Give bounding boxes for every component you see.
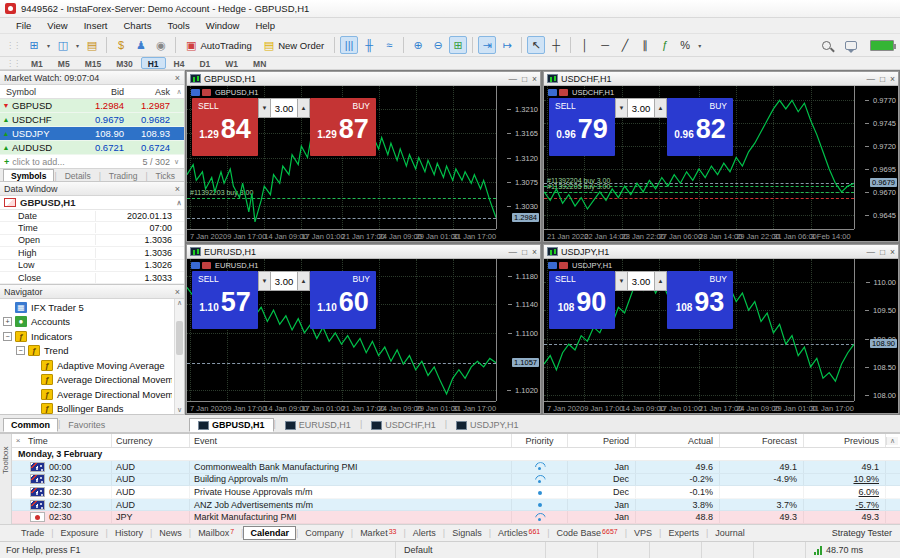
price-scale[interactable]: 110.00109.50109.00108.50108.00108.90 — [854, 259, 898, 401]
column-time[interactable]: Time — [24, 434, 112, 447]
zoom-out-icon[interactable]: ⊖ — [429, 36, 447, 54]
market-watch-row-gbpusd[interactable]: ▼GBPUSD1.29841.2987 — [0, 99, 184, 113]
navigator-icon[interactable]: ♟ — [132, 36, 150, 54]
profiles-caret[interactable]: ▾ — [73, 36, 82, 54]
buy-button[interactable]: BUY10893 — [667, 271, 733, 329]
new-chart-icon[interactable]: ⊞ — [25, 36, 43, 54]
time-axis[interactable]: 21 Jan 202022 Jan 14:0023 Jan 22:0027 Ja… — [544, 229, 854, 241]
market-watch-add-row[interactable]: + click to add... 5 / 302 ∨ — [0, 155, 184, 168]
menu-file[interactable]: File — [8, 20, 39, 31]
search-icon[interactable] — [822, 41, 831, 50]
sell-button[interactable]: SELL1.1057 — [192, 271, 258, 329]
navigator-close-icon[interactable]: × — [175, 287, 180, 297]
chart-tab-usdjpy[interactable]: USDJPY,H1 — [447, 418, 527, 432]
chart-body[interactable]: GBPUSD,H1SELL1.2984▼3.00▲BUY1.2987#11392… — [187, 86, 540, 241]
market-watch-row-audusd[interactable]: ▲AUDUSD0.67210.6724 — [0, 141, 184, 155]
timeframe-m15[interactable]: M15 — [78, 57, 109, 69]
new-chart-caret[interactable]: ▾ — [44, 36, 53, 54]
time-axis[interactable]: 7 Jan 20209 Jan 17:0014 Jan 09:0017 Jan … — [544, 401, 854, 413]
toolbox-tab-articles[interactable]: Articles661 — [491, 526, 547, 540]
volume-up-button[interactable]: ▲ — [297, 271, 310, 291]
toolbox-tab-trade[interactable]: Trade — [14, 526, 51, 540]
add-symbol-hint[interactable]: click to add... — [12, 157, 65, 167]
signal-icon[interactable]: ◉ — [152, 36, 170, 54]
toolbox-tab-experts[interactable]: Experts — [661, 526, 706, 540]
price-scale[interactable]: 1.11801.11401.11001.10201.1057 — [496, 259, 540, 401]
history-center-icon[interactable]: ▤ — [83, 36, 101, 54]
profiles-icon[interactable]: ◫ — [54, 36, 72, 54]
chart-tab-gbpusd[interactable]: GBPUSD,H1 — [189, 418, 274, 432]
tree-indicator-item[interactable]: ƒBollinger Bands — [3, 402, 172, 416]
close-icon[interactable]: × — [890, 74, 895, 84]
horizontal-line-icon[interactable]: ─ — [596, 36, 614, 54]
indicators-icon[interactable]: ƒ — [656, 36, 674, 54]
volume-input[interactable]: 3.00 — [271, 98, 297, 118]
toolbox-tab-company[interactable]: Company — [298, 526, 351, 540]
scroll-down-icon[interactable]: ∨ — [174, 158, 184, 166]
chart-body[interactable]: EURUSD,H1SELL1.1057▼3.00▲BUY1.10601.1180… — [187, 259, 540, 413]
calendar-event-row[interactable]: 00:00AUDCommonwealth Bank Manufacturing … — [12, 461, 900, 474]
toolbox-tab-vps[interactable]: VPS — [627, 526, 659, 540]
panel-toggle-icon[interactable] — [548, 89, 557, 96]
close-icon[interactable]: × — [890, 247, 895, 257]
menu-view[interactable]: View — [39, 20, 75, 31]
timeframe-h1[interactable]: H1 — [141, 57, 166, 69]
panel-toggle-icon[interactable] — [191, 89, 200, 96]
depth-toggle-icon[interactable] — [559, 262, 568, 269]
maximize-icon[interactable]: □ — [522, 247, 527, 257]
toolbox-tab-market[interactable]: Market33 — [353, 526, 403, 540]
event-previous[interactable]: 6.0% — [804, 486, 886, 498]
minimize-icon[interactable]: — — [508, 74, 517, 84]
event-previous[interactable]: -5.7% — [804, 499, 886, 511]
toolbox-tab-calendar[interactable]: Calendar — [243, 526, 296, 540]
chat-icon[interactable] — [845, 41, 857, 50]
market-watch-row-usdjpy[interactable]: ▲USDJPY108.90108.93 — [0, 127, 184, 141]
volume-down-button[interactable]: ▼ — [615, 271, 628, 291]
line-chart-icon[interactable]: ≈ — [380, 36, 398, 54]
menu-help[interactable]: Help — [247, 20, 283, 31]
buy-button[interactable]: BUY0.9682 — [667, 98, 733, 156]
timeframe-d1[interactable]: D1 — [192, 57, 217, 69]
volume-up-button[interactable]: ▲ — [654, 271, 667, 291]
timeframe-m30[interactable]: M30 — [109, 57, 140, 69]
volume-input[interactable]: 3.00 — [628, 98, 654, 118]
tree-expander-icon[interactable]: − — [16, 346, 25, 355]
sell-button[interactable]: SELL1.2984 — [192, 98, 258, 156]
sell-button[interactable]: SELL10890 — [549, 271, 615, 329]
volume-input[interactable]: 3.00 — [271, 271, 297, 291]
vertical-line-icon[interactable]: │ — [576, 36, 594, 54]
tree-indicators[interactable]: −ƒIndicators — [3, 329, 172, 344]
depth-toggle-icon[interactable] — [559, 89, 568, 96]
calendar-event-row[interactable]: 02:30AUDPrivate House Approvals m/mDec-0… — [12, 486, 900, 499]
column-period[interactable]: Period — [568, 434, 636, 447]
objects-icon[interactable]: % — [676, 36, 694, 54]
cursor-icon[interactable]: ↖ — [527, 36, 545, 54]
tree-accounts[interactable]: +●Accounts — [3, 315, 172, 330]
calendar-event-row[interactable]: 02:30AUDANZ Job Advertisements m/mJan3.8… — [12, 499, 900, 512]
depth-toggle-icon[interactable] — [202, 262, 211, 269]
calendar-event-row[interactable]: 02:30AUDBuilding Approvals m/mDec-0.2%-4… — [12, 474, 900, 487]
toolbox-side-strip[interactable]: Toolbox — [0, 434, 12, 524]
column-priority[interactable]: Priority — [512, 434, 568, 447]
zoom-in-icon[interactable]: ⊕ — [409, 36, 427, 54]
column-bid[interactable]: Bid — [82, 87, 128, 97]
buy-button[interactable]: BUY1.1060 — [310, 271, 376, 329]
toolbox-tab-alerts[interactable]: Alerts — [406, 526, 443, 540]
sell-button[interactable]: SELL0.9679 — [549, 98, 615, 156]
new-order-button[interactable]: ▤New Order — [258, 36, 330, 54]
column-event[interactable]: Event — [190, 434, 512, 447]
tab-favorites[interactable]: Favorites — [60, 418, 113, 432]
chart-body[interactable]: USDCHF,H1SELL0.9679▼3.00▲BUY0.9682#11392… — [544, 86, 898, 241]
chart-body[interactable]: USDJPY,H1SELL10890▼3.00▲BUY10893110.0010… — [544, 259, 898, 413]
toolbox-tab-news[interactable]: News — [152, 526, 189, 540]
tree-trend[interactable]: −ƒTrend — [3, 344, 172, 359]
time-axis[interactable]: 7 Jan 20209 Jan 17:0014 Jan 09:0017 Jan … — [187, 401, 496, 413]
navigator-scrollbar[interactable]: ∧∨ — [174, 299, 184, 414]
timeframe-m1[interactable]: M1 — [24, 57, 50, 69]
status-profile[interactable]: Default — [395, 542, 545, 558]
toolbox-tab-signals[interactable]: Signals — [445, 526, 489, 540]
menu-charts[interactable]: Charts — [116, 20, 160, 31]
calendar-event-row[interactable]: 02:30JPYMarkit Manufacturing PMIJan48.84… — [12, 511, 900, 524]
price-scale[interactable]: 1.32101.31651.31201.30751.30301.2984 — [496, 86, 540, 229]
minimize-icon[interactable]: — — [508, 247, 517, 257]
